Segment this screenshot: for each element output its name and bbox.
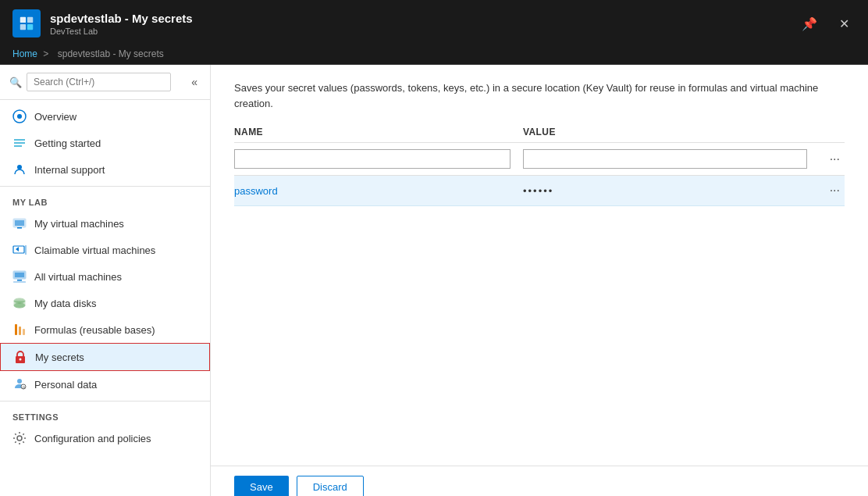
title-bar-actions: 📌 ✕ (795, 13, 856, 34)
breadcrumb-current: spdevtestlab - My secrets (58, 48, 164, 59)
breadcrumb-home[interactable]: Home (12, 48, 37, 59)
sidebar-item-my-secrets[interactable]: My secrets (0, 343, 210, 371)
sidebar-item-getting-started-label: Getting started (34, 137, 101, 149)
sidebar-item-claimable-vm-label: Claimable virtual machines (34, 244, 155, 256)
table-row: password •••••• ··· (234, 176, 845, 206)
svg-rect-19 (19, 327, 21, 335)
value-input[interactable] (523, 149, 807, 169)
value-input-container (523, 149, 813, 169)
svg-rect-0 (20, 17, 26, 23)
close-button[interactable]: ✕ (833, 13, 856, 34)
input-row-actions: ··· (813, 151, 845, 168)
getting-started-icon (12, 136, 27, 150)
search-input[interactable] (27, 73, 171, 91)
sidebar-navigation: Overview Getting started Internal sup (0, 100, 210, 496)
sidebar-item-personal-data[interactable]: ⚙ Personal data (0, 371, 210, 398)
svg-point-23 (17, 379, 22, 384)
row-name-password: password (234, 185, 523, 197)
overview-icon (12, 109, 27, 123)
sidebar-item-getting-started[interactable]: Getting started (0, 130, 210, 156)
save-button[interactable]: Save (234, 476, 289, 496)
all-vm-icon (12, 269, 27, 284)
svg-rect-14 (17, 280, 22, 281)
sidebar-item-internal-support-label: Internal support (34, 164, 105, 176)
app-body: 🔍 « Overview (0, 65, 868, 496)
config-icon (12, 431, 27, 445)
name-input[interactable] (234, 149, 510, 169)
claimable-vm-icon (12, 243, 27, 257)
sidebar-search-container: 🔍 « (0, 65, 210, 100)
secret-icon (13, 350, 27, 364)
svg-rect-11 (25, 245, 27, 255)
main-inner: Saves your secret values (passwords, tok… (211, 65, 868, 466)
divider-settings (0, 401, 210, 401)
svg-point-17 (14, 303, 25, 308)
sidebar-item-all-vm[interactable]: All virtual machines (0, 263, 210, 290)
sidebar-item-vm-label: My virtual machines (34, 218, 124, 230)
svg-point-6 (17, 165, 22, 169)
svg-point-22 (20, 359, 22, 361)
title-bar: spdevtestlab - My secrets DevTest Lab 📌 … (0, 0, 868, 47)
internal-support-icon (12, 162, 27, 177)
divider-mylab (0, 186, 210, 187)
discard-button[interactable]: Discard (297, 476, 364, 496)
sidebar-item-my-virtual-machines[interactable]: My virtual machines (0, 210, 210, 237)
svg-rect-9 (17, 227, 22, 229)
sidebar: 🔍 « Overview (0, 65, 211, 496)
svg-rect-2 (20, 24, 26, 30)
sidebar-item-claimable-vm[interactable]: Claimable virtual machines (0, 237, 210, 263)
svg-rect-20 (23, 329, 25, 335)
sidebar-item-data-disks-label: My data disks (34, 298, 96, 309)
sidebar-item-config-policies-label: Configuration and policies (34, 433, 151, 444)
svg-rect-15 (13, 281, 26, 283)
mylab-section-label: MY LAB (0, 190, 210, 210)
sidebar-item-all-vm-label: All virtual machines (34, 271, 122, 283)
sidebar-item-config-policies[interactable]: Configuration and policies (0, 425, 210, 451)
data-row-actions: ··· (813, 182, 845, 199)
svg-point-5 (17, 114, 22, 119)
sidebar-item-personal-data-label: Personal data (34, 379, 97, 391)
data-row-more-button[interactable]: ··· (825, 182, 845, 199)
sidebar-item-overview-label: Overview (34, 111, 76, 123)
col-name-header: NAME (234, 127, 523, 137)
name-input-container (234, 149, 523, 169)
col-value-header: VALUE (523, 127, 806, 137)
formula-icon (12, 323, 27, 337)
page-subtitle: DevTest Lab (50, 27, 795, 36)
row-value-password: •••••• (523, 185, 813, 197)
sidebar-item-internal-support[interactable]: Internal support (0, 156, 210, 183)
sidebar-item-data-disks[interactable]: My data disks (0, 290, 210, 316)
search-icon: 🔍 (9, 77, 22, 88)
svg-rect-18 (15, 324, 17, 335)
vm-icon (12, 216, 27, 230)
pin-button[interactable]: 📌 (795, 13, 824, 34)
sidebar-item-formulas[interactable]: Formulas (reusable bases) (0, 316, 210, 343)
sidebar-item-overview[interactable]: Overview (0, 103, 210, 130)
main-content: Saves your secret values (passwords, tok… (211, 65, 868, 496)
title-bar-text: spdevtestlab - My secrets DevTest Lab (50, 12, 795, 36)
sidebar-item-my-secrets-label: My secrets (35, 351, 84, 363)
personal-data-icon: ⚙ (12, 377, 27, 391)
svg-point-26 (17, 436, 22, 441)
description-text: Saves your secret values (passwords, tok… (234, 80, 845, 111)
breadcrumb-separator: > (43, 48, 48, 59)
page-title: spdevtestlab - My secrets (50, 12, 795, 25)
disk-icon (12, 296, 27, 310)
svg-rect-3 (27, 24, 33, 30)
breadcrumb: Home > spdevtestlab - My secrets (0, 47, 868, 65)
collapse-button[interactable]: « (188, 74, 201, 90)
main-footer: Save Discard (211, 466, 868, 496)
svg-rect-1 (27, 17, 33, 23)
input-row: ··· (234, 143, 845, 176)
table-header: NAME VALUE (234, 127, 845, 143)
svg-rect-13 (15, 273, 24, 277)
sidebar-item-formulas-label: Formulas (reusable bases) (34, 324, 155, 336)
settings-section-label: SETTINGS (0, 405, 210, 425)
svg-rect-8 (15, 220, 24, 226)
input-row-more-button[interactable]: ··· (825, 151, 845, 168)
app-icon (12, 9, 41, 37)
